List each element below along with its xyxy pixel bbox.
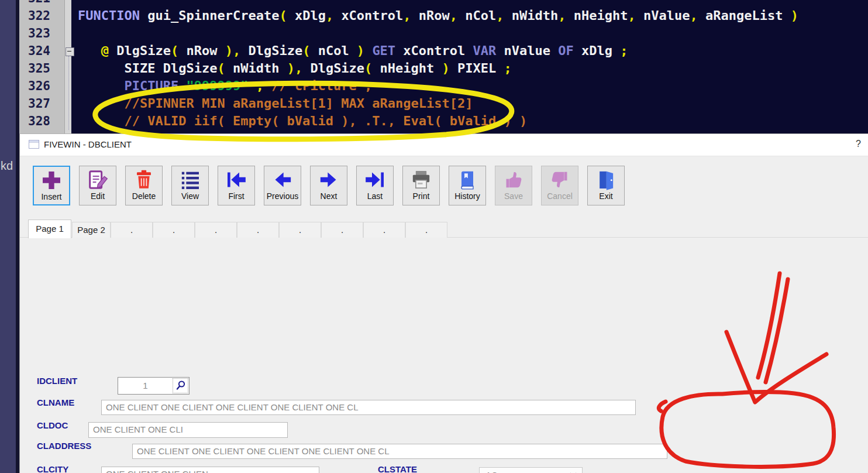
tab-4[interactable]: .: [153, 222, 195, 238]
tab-3[interactable]: .: [111, 222, 153, 238]
cldoc-input[interactable]: ONE CLIENT ONE CLI: [88, 422, 288, 438]
code-line-323: [78, 25, 868, 42]
last-button[interactable]: Last: [356, 166, 394, 205]
book-icon: [456, 168, 479, 191]
clstate-dropdown[interactable]: AC: [479, 467, 583, 473]
code-line-327: //SPINNER MIN aRangeList[1] MAX aRangeLi…: [78, 95, 868, 112]
arrow-first-icon: [225, 168, 248, 191]
magnifier-icon: [175, 380, 187, 392]
window-icon: [29, 140, 39, 151]
idclient-lookup-field[interactable]: 1: [118, 377, 190, 395]
plus-icon: [40, 169, 63, 192]
code-line-322: FUNCTION gui_SpinnerCreate( xDlg, xContr…: [78, 7, 868, 25]
window-title: FIVEWIN - DBCLIENT: [44, 139, 132, 149]
idclient-label: IDCLIENT: [37, 375, 77, 387]
line-number: 323: [19, 25, 64, 42]
code-line-324: @ DlgSize( nRow ), DlgSize( nCol ) GET x…: [78, 42, 868, 60]
code-line-321: [78, 0, 868, 7]
thumb-down-icon: [548, 168, 571, 191]
save-button-label: Save: [495, 191, 532, 201]
previous-button-label: Previous: [264, 191, 301, 201]
history-button[interactable]: History: [449, 166, 486, 205]
edit-button-label: Edit: [80, 191, 116, 201]
arrow-left-icon: [271, 168, 294, 191]
line-number: 322: [19, 7, 64, 25]
tab-6[interactable]: .: [237, 222, 279, 238]
edit-icon: [86, 168, 109, 191]
ide-side-label: kd: [1, 159, 13, 173]
tab-8[interactable]: .: [321, 222, 363, 238]
next-button[interactable]: Next: [310, 166, 347, 205]
exit-button-label: Exit: [588, 191, 624, 201]
arrow-last-icon: [363, 168, 387, 191]
screenshot-stage: kd 321322323324325326327328 FUNCTION gui…: [0, 0, 868, 473]
line-number: 325: [19, 60, 64, 77]
line-number-gutter: 321322323324325326327328: [19, 0, 65, 133]
fold-toggle-icon[interactable]: [66, 47, 74, 56]
next-button-label: Next: [311, 191, 347, 201]
last-button-label: Last: [357, 191, 393, 201]
delete-button[interactable]: Delete: [125, 166, 163, 205]
first-button-label: First: [218, 191, 254, 201]
history-button-label: History: [449, 191, 485, 201]
view-button-label: View: [172, 191, 208, 201]
thumb-up-icon: [502, 168, 525, 191]
door-icon: [594, 168, 618, 191]
insert-button[interactable]: Insert: [33, 166, 70, 205]
code-line-325: SIZE DlgSize( nWidth ), DlgSize( nHeight…: [78, 60, 868, 77]
fold-guide-line: [68, 56, 69, 130]
edit-button[interactable]: Edit: [79, 166, 116, 205]
print-button[interactable]: Print: [402, 166, 440, 205]
clstate-value: AC: [480, 470, 570, 473]
toolbar: InsertEditDeleteViewFirstPreviousNextLas…: [20, 156, 868, 214]
tab-7[interactable]: .: [279, 222, 321, 238]
cancel-button: Cancel: [541, 166, 578, 205]
clcity-input[interactable]: ONE CLIENT ONE CLIEN: [101, 467, 319, 473]
arrow-right-icon: [317, 168, 340, 191]
line-number: 326: [19, 77, 64, 95]
line-number: 328: [19, 112, 64, 130]
client-form: IDCLIENT 1 CLNAME ONE CLIENT ONE CLIENT …: [20, 238, 868, 473]
code-line-328: // VALID iif( Empty( bValid ), .T., Eval…: [78, 112, 868, 130]
ide-left-strip: kd: [0, 0, 16, 473]
view-button[interactable]: View: [171, 166, 209, 205]
line-number: 327: [19, 95, 64, 112]
clstate-label: CLSTATE: [378, 464, 417, 473]
line-number: 324: [19, 42, 64, 60]
save-button: Save: [495, 166, 532, 205]
help-button[interactable]: ?: [856, 139, 861, 149]
list-icon: [178, 168, 202, 191]
code-line-326: PICTURE "999999" ; // cPicture ;: [78, 77, 868, 95]
cancel-button-label: Cancel: [542, 191, 578, 201]
idclient-value[interactable]: 1: [118, 378, 173, 394]
tab-9[interactable]: .: [363, 222, 405, 238]
exit-button[interactable]: Exit: [587, 166, 625, 205]
code-editor: 321322323324325326327328 FUNCTION gui_Sp…: [19, 0, 868, 133]
cldoc-label: CLDOC: [37, 420, 68, 431]
previous-button[interactable]: Previous: [264, 166, 301, 205]
clname-label: CLNAME: [37, 397, 74, 409]
tab-page-2[interactable]: Page 2: [72, 222, 111, 238]
clcity-label: CLCITY: [37, 464, 68, 473]
printer-icon: [409, 168, 433, 191]
clname-input[interactable]: ONE CLIENT ONE CLIENT ONE CLIENT ONE CLI…: [101, 400, 636, 415]
idclient-search-button[interactable]: [173, 378, 188, 393]
delete-button-label: Delete: [126, 191, 162, 201]
titlebar[interactable]: FIVEWIN - DBCLIENT ?: [20, 134, 868, 156]
trash-icon: [132, 168, 156, 191]
insert-button-label: Insert: [34, 192, 69, 201]
line-number: 321: [19, 0, 64, 7]
claddress-input[interactable]: ONE CLIENT ONE CLIENT ONE CLIENT ONE CLI…: [132, 444, 667, 459]
tab-page-1[interactable]: Page 1: [28, 220, 71, 238]
first-button[interactable]: First: [218, 166, 255, 205]
tab-5[interactable]: .: [195, 222, 237, 238]
tab-strip: Page 1Page 2........: [20, 220, 868, 238]
fivewin-dbclient-window: FIVEWIN - DBCLIENT ? InsertEditDeleteVie…: [19, 133, 868, 473]
claddress-label: CLADDRESS: [37, 440, 91, 452]
print-button-label: Print: [403, 191, 439, 201]
tab-10[interactable]: .: [405, 222, 447, 238]
